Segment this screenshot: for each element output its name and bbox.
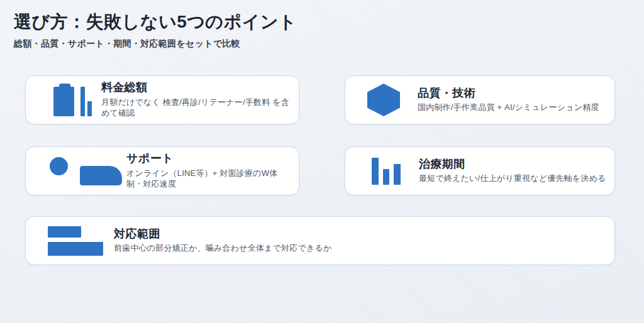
person-bubble-icon: [50, 157, 122, 185]
infographic-page: { "page": { "title": "選び方：失敗しない5つのポイント",…: [0, 0, 644, 323]
card-treatment-period: 治療期間 最短で終えたい/仕上がり重視など優先軸を決める: [345, 146, 615, 195]
card-text: 対応範囲 前歯中心の部分矯正か、噛み合わせ全体まで対応できるか: [114, 227, 338, 254]
card-title: 対応範囲: [114, 227, 332, 241]
card-quality-tech: 品質・技術 国内制作/手作業品質 + AI/シミュレーション精度: [345, 75, 615, 124]
card-title: 治療期間: [419, 158, 606, 172]
wallet-bars-icon: [53, 84, 92, 116]
card-text: 治療期間 最短で終えたい/仕上がり重視など優先軸を決める: [419, 158, 613, 184]
card-description: 月額だけでなく 検査/再診/リテーナー/手数料 を含めて確認: [101, 97, 292, 119]
card-text: サポート オンライン（LINE等）+ 対面診療のW体制・対応速度: [126, 152, 299, 189]
card-title: 料金総額: [101, 81, 292, 95]
card-text: 料金総額 月額だけでなく 検査/再診/リテーナー/手数料 を含めて確認: [101, 81, 299, 118]
card-description: オンライン（LINE等）+ 対面診療のW体制・対応速度: [126, 168, 292, 190]
card-price-total: 料金総額 月額だけでなく 検査/再診/リテーナー/手数料 を含めて確認: [25, 75, 299, 124]
card-title: サポート: [126, 152, 292, 166]
card-title: 品質・技術: [418, 87, 599, 101]
card-coverage-scope: 対応範囲 前歯中心の部分矯正か、噛み合わせ全体まで対応できるか: [25, 216, 615, 265]
page-subtitle: 総額・品質・サポート・期間・対応範囲をセットで比較: [14, 38, 297, 50]
card-description: 国内制作/手作業品質 + AI/シミュレーション精度: [418, 102, 599, 113]
horizontal-bars-icon: [48, 226, 103, 256]
header: 選び方：失敗しない5つのポイント 総額・品質・サポート・期間・対応範囲をセットで…: [14, 11, 297, 50]
card-support: サポート オンライン（LINE等）+ 対面診療のW体制・対応速度: [25, 146, 299, 195]
card-description: 前歯中心の部分矯正か、噛み合わせ全体まで対応できるか: [114, 243, 332, 254]
bar-chart-icon: [372, 158, 401, 185]
card-text: 品質・技術 国内制作/手作業品質 + AI/シミュレーション精度: [418, 87, 606, 113]
card-description: 最短で終えたい/仕上がり重視など優先軸を決める: [419, 173, 606, 184]
hexagon-icon: [367, 84, 400, 116]
page-title: 選び方：失敗しない5つのポイント: [14, 11, 297, 33]
